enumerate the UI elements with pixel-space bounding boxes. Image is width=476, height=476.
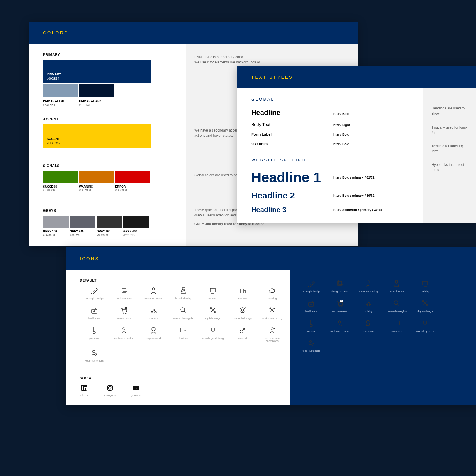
social-instagram: instagram [104, 384, 116, 397]
global-label: GLOBAL [251, 97, 409, 102]
swatch-error-name: ERROR [115, 185, 150, 189]
icon-label: banking [258, 297, 287, 300]
icon-e-commerce: e-commerce [326, 298, 354, 313]
strategic-design-icon [297, 278, 325, 288]
icon-customer-centric: customer-centric [326, 318, 354, 333]
icon-design-assets: design-assets [326, 278, 354, 293]
e-commerce-icon [109, 305, 138, 315]
mobility-icon [139, 305, 168, 315]
swatch-accent-hex: #FFCC02 [47, 141, 60, 145]
ts-desc-1: Typically used for long-form [432, 125, 468, 135]
icon-brand-identity: brand-identity [383, 278, 411, 293]
icon-customer-centric: customer-centric [109, 325, 138, 342]
icon-e-commerce: e-commerce [109, 305, 138, 320]
icon-label: healthcare [297, 310, 325, 313]
ts-h3: Headline 3 [251, 206, 333, 214]
swatch-success-hex: #3A8500 [43, 189, 78, 192]
customer-testing-icon [354, 278, 382, 288]
icon-customer-into-champions: customer-into-champions [258, 325, 287, 342]
icon-strategic-design: strategic-design [80, 285, 109, 300]
swatch-warning-name: WARNING [79, 185, 114, 189]
ts-body-meta: Inter / Light [333, 123, 350, 127]
website-specific-label: WEBSITE SPECIFIC [251, 158, 409, 162]
signals-section-label: SIGNALS [43, 164, 172, 168]
ts-text-links-meta: Inter / Bold [333, 142, 349, 146]
icon-label: customer-testing [139, 297, 168, 300]
keep-customers-icon [80, 348, 109, 358]
swatch-warning [79, 171, 114, 183]
icon-label: design-assets [326, 290, 354, 293]
icon-insurance: insurance [228, 285, 257, 300]
icon-label: brand-identity [169, 297, 198, 300]
experienced-icon [354, 318, 382, 328]
swatch-grey100-name: GREY 100 [43, 230, 69, 233]
ts-form-label: Form Label [251, 132, 333, 136]
social-icons-row: linkedininstagramyoutube [80, 384, 276, 397]
icon-label: proactive [80, 337, 109, 340]
experienced-icon [139, 325, 168, 335]
ts-h3-meta: Inter / SemiBold / primary / 30/44 [333, 208, 382, 212]
icon-label: stand-out [383, 330, 411, 333]
swatch-grey300 [97, 216, 122, 228]
icon-label: insurance [228, 297, 257, 300]
icons-panel-header: ICONS [66, 247, 476, 270]
ts-body: Body Text [251, 122, 333, 127]
icon-label: customer-centric [109, 337, 138, 340]
icon-mobility: mobility [139, 305, 168, 320]
swatch-error-hex: #D70000 [115, 189, 150, 192]
instagram-icon [106, 384, 114, 392]
icon-label: research-insights [383, 310, 411, 313]
e-commerce-icon [326, 298, 354, 308]
text-styles-panel: TEXT STYLES GLOBAL Headline Inter / Bold… [237, 66, 476, 223]
text-styles-header: TEXT STYLES [237, 66, 476, 88]
swatch-primary-light-name: PRIMARY-LIGHT [43, 99, 78, 103]
social-youtube: youtube [131, 384, 141, 397]
win-with-great-d-icon [411, 318, 439, 328]
icon-label: customer-centric [326, 330, 354, 333]
customer-centric-icon [109, 325, 138, 335]
icon-label: youtube [131, 394, 141, 397]
icon-customer-testing: customer-testing [354, 278, 382, 293]
icon-research-insights: research-insights [383, 298, 411, 313]
design-assets-icon [109, 285, 138, 295]
icon-label: e-commerce [326, 310, 354, 313]
icon-convert: convert [228, 325, 257, 342]
social-linkedin: linkedin [80, 384, 89, 397]
customer-into-champions-icon [258, 325, 287, 335]
dark-icons-grid: strategic-designdesign-assetscustomer-te… [297, 278, 469, 352]
icon-label: stand-out [169, 337, 198, 340]
icon-label: strategic-design [297, 290, 325, 293]
icon-win-with-great-design: win-with-great-design [198, 325, 227, 342]
icon-digital-design: digital-design [411, 298, 439, 313]
ts-form-label-meta: Inter / Bold [333, 133, 349, 136]
customer-centric-icon [326, 318, 354, 328]
icon-workshop-training: workshop-training [258, 305, 287, 320]
colors-title: COLORS [43, 30, 68, 35]
swatch-grey300-hex: #333333 [97, 233, 122, 237]
research-insights-icon [383, 298, 411, 308]
strategic-design-icon [80, 285, 109, 295]
colors-panel-header: COLORS [29, 22, 358, 44]
product-strategy-icon [228, 305, 257, 315]
banking-icon [258, 285, 287, 295]
youtube-icon [132, 384, 140, 392]
ts-h1-meta: Inter / Bold / primary / 62/72 [333, 176, 375, 179]
training-icon [198, 285, 227, 295]
icon-experienced: experienced [354, 318, 382, 333]
icon-keep-customers: keep-customers [80, 348, 109, 362]
text-styles-title: TEXT STYLES [251, 74, 293, 79]
icon-training: training [198, 285, 227, 300]
icon-label: customer-testing [354, 290, 382, 293]
icon-product-strategy: product-strategy [228, 305, 257, 320]
icon-label: design-assets [109, 297, 138, 300]
icons-title: ICONS [80, 256, 99, 261]
icon-label: digital-design [411, 310, 439, 313]
icons-panel: ICONS DEFAULT strategic-designdesign-ass… [66, 247, 476, 405]
icon-healthcare: healthcare [80, 305, 109, 320]
swatch-success-name: SUCCESS [43, 185, 78, 189]
workshop-training-icon [258, 305, 287, 315]
icon-customer-testing: customer-testing [139, 285, 168, 300]
primary-desc-l2: We use it for elements like backgrounds … [194, 60, 350, 65]
ts-text-links: text links [251, 142, 333, 146]
default-icons-grid: strategic-designdesign-assetscustomer-te… [80, 285, 276, 362]
